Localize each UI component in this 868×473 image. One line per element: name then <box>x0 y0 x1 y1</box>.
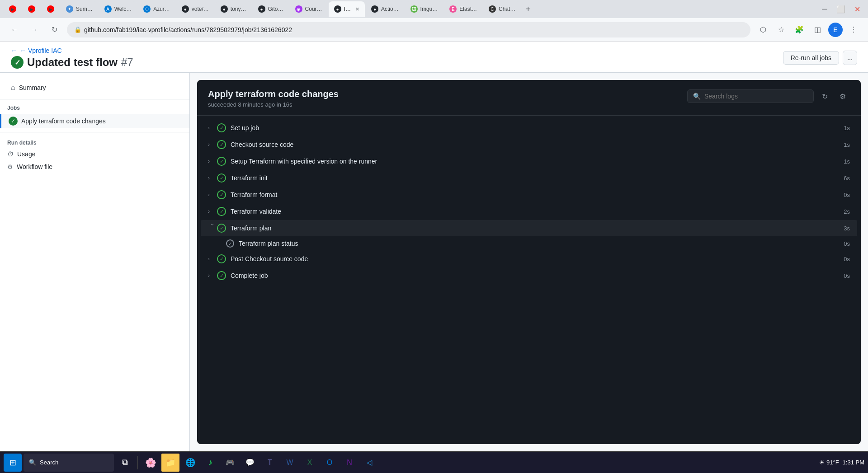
tab-actions[interactable]: ● Actio… <box>366 1 404 17</box>
forward-button[interactable]: → <box>27 23 42 37</box>
step-duration: 3s <box>844 225 850 232</box>
tab-label: Sum… <box>76 6 93 12</box>
step-duration: 0s <box>844 256 850 262</box>
step-complete-job[interactable]: › ✓ Complete job 0s <box>201 267 857 284</box>
search-logs-input[interactable] <box>704 93 808 100</box>
tab-elastic[interactable]: E Elast… <box>444 1 482 17</box>
sidebar-job-label: Apply terraform code changes <box>21 117 106 125</box>
tab-favicon: ● <box>371 5 378 13</box>
address-input[interactable]: 🔒 github.com/fab199/iac-vprofile/actions… <box>67 22 750 37</box>
taskbar-right: ☀ 91°F 1:31 PM <box>819 459 864 466</box>
step-terraform-init[interactable]: › ✓ Terraform init 6s <box>201 170 857 186</box>
step-setup-terraform[interactable]: › ✓ Setup Terraform with specified versi… <box>201 153 857 169</box>
tab-github-tony[interactable]: ● tony… <box>215 1 252 17</box>
step-duration: 1s <box>844 125 850 131</box>
tab-youtube-2[interactable]: ▶ <box>23 1 41 17</box>
sub-step-duration: 0s <box>844 240 850 247</box>
sidebar-summary-link[interactable]: ⌂ Summary <box>4 80 186 95</box>
job-panel-title-area: Apply terraform code changes succeeded 8… <box>208 89 339 108</box>
back-button[interactable]: ← <box>7 23 22 37</box>
search-icon: 🔍 <box>693 93 701 100</box>
tab-sum[interactable]: ✦ Sum… <box>61 1 98 17</box>
workflow-file-link[interactable]: ⚙ Workflow file <box>0 160 189 173</box>
step-name: Post Checkout source code <box>231 255 844 262</box>
tab-github-vote[interactable]: ● vote/… <box>176 1 214 17</box>
page-header: ← ← Vprofile IAC ✓ Updated test flow #7 … <box>0 42 868 73</box>
tab-favicon: C <box>489 5 496 13</box>
minimize-button[interactable]: ─ <box>817 2 832 16</box>
more-options-icon[interactable]: ⋮ <box>846 23 861 37</box>
taskbar-game-icon[interactable]: 🎮 <box>221 454 239 472</box>
tab-youtube-3[interactable]: ▶ <box>42 1 60 17</box>
tab-imgur[interactable]: 🖼 Imgu… <box>405 1 443 17</box>
taskbar-flowers-icon[interactable]: 🌸 <box>142 454 160 472</box>
taskbar-word-icon[interactable]: W <box>281 454 299 472</box>
workflow-file-label: Workflow file <box>17 163 52 170</box>
taskview-button[interactable]: ⧉ <box>116 454 134 472</box>
tab-label: Cour… <box>305 6 322 12</box>
search-logs-container[interactable]: 🔍 <box>687 89 814 103</box>
refresh-button[interactable]: ↻ <box>817 89 832 103</box>
more-options-button[interactable]: ... <box>843 51 857 65</box>
rerun-all-jobs-button[interactable]: Re-run all jobs <box>783 51 839 65</box>
sub-step-terraform-plan-status[interactable]: ✓ Terraform plan status 0s <box>201 237 857 250</box>
settings-button[interactable]: ⚙ <box>835 89 850 103</box>
taskbar-outlook-icon[interactable]: O <box>321 454 339 472</box>
search-taskbar-icon: 🔍 <box>29 459 36 466</box>
step-checkout[interactable]: › ✓ Checkout source code 1s <box>201 136 857 153</box>
main-content: Apply terraform code changes succeeded 8… <box>190 73 868 451</box>
sub-step-name: Terraform plan status <box>239 240 844 247</box>
tab-favicon: ▶ <box>47 5 54 13</box>
step-post-checkout[interactable]: › ✓ Post Checkout source code 0s <box>201 251 857 267</box>
taskbar-divider <box>137 456 138 469</box>
taskbar-onenote-icon[interactable]: N <box>340 454 359 472</box>
step-duration: 1s <box>844 158 850 165</box>
step-name: Checkout source code <box>231 141 844 148</box>
tab-coursera[interactable]: ◉ Cour… <box>290 1 328 17</box>
step-success-icon: ✓ <box>217 190 226 199</box>
taskbar-dev-icon[interactable]: ◁ <box>360 454 378 472</box>
reload-button[interactable]: ↻ <box>47 23 61 37</box>
tab-youtube-1[interactable]: ▶ <box>4 1 22 17</box>
tab-chat[interactable]: C Chat… <box>483 1 521 17</box>
sidebar: ⌂ Summary Jobs ✓ Apply terraform code ch… <box>0 73 190 451</box>
close-button[interactable]: ✕ <box>850 2 864 16</box>
taskbar-msg-icon[interactable]: 💬 <box>241 454 259 472</box>
tab-favicon: A <box>104 5 112 13</box>
usage-link[interactable]: ⏱ Usage <box>0 148 189 160</box>
job-panel-subtitle: succeeded 8 minutes ago in 16s <box>208 101 339 108</box>
new-tab-button[interactable]: + <box>522 3 534 15</box>
tab-github-active[interactable]: ● I… ✕ <box>329 1 365 17</box>
taskbar-file-icon[interactable]: 📁 <box>161 454 179 472</box>
tab-azure[interactable]: ⬡ Azur… <box>138 1 175 17</box>
profile-icon[interactable]: E <box>828 23 843 37</box>
taskbar-chrome-icon[interactable]: 🌐 <box>181 454 199 472</box>
breadcrumb[interactable]: ← ← Vprofile IAC <box>11 47 133 54</box>
bookmark-icon[interactable]: ☆ <box>774 23 788 37</box>
extensions-icon[interactable]: 🧩 <box>792 23 807 37</box>
tab-gitops[interactable]: ● Gito… <box>253 1 289 17</box>
step-name: Set up job <box>231 124 844 131</box>
steps-list: › ✓ Set up job 1s › ✓ Checkout source co… <box>197 116 861 288</box>
search-taskbar-button[interactable]: 🔍 Search <box>24 454 114 472</box>
weather-temp: 91°F <box>826 459 839 466</box>
start-button[interactable]: ⊞ <box>4 454 22 472</box>
sidebar-toggle-icon[interactable]: ◫ <box>810 23 825 37</box>
tab-label: Chat… <box>499 6 515 12</box>
expand-icon: › <box>208 125 217 131</box>
step-setup-job[interactable]: › ✓ Set up job 1s <box>201 120 857 136</box>
tab-close-icon[interactable]: ✕ <box>355 6 359 12</box>
screen-cast-icon[interactable]: ⬡ <box>756 23 770 37</box>
step-terraform-plan[interactable]: › ✓ Terraform plan 3s <box>201 220 857 236</box>
maximize-button[interactable]: ⬜ <box>834 2 848 16</box>
sidebar-job-apply-terraform[interactable]: ✓ Apply terraform code changes <box>0 114 189 128</box>
tab-welcome[interactable]: A Welc… <box>99 1 137 17</box>
step-terraform-validate[interactable]: › ✓ Terraform validate 2s <box>201 203 857 220</box>
step-terraform-format[interactable]: › ✓ Terraform format 0s <box>201 187 857 203</box>
tab-favicon: ▶ <box>28 5 35 13</box>
taskbar-excel-icon[interactable]: X <box>301 454 319 472</box>
step-name: Terraform init <box>231 174 844 182</box>
taskbar-spotify-icon[interactable]: ♪ <box>201 454 219 472</box>
taskbar-teams-icon[interactable]: T <box>261 454 279 472</box>
step-success-icon: ✓ <box>217 271 226 280</box>
